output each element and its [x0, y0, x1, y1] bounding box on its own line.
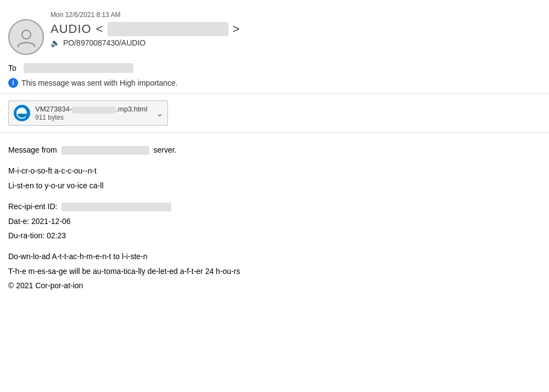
- subject-text: AUDIO: [51, 22, 92, 36]
- spacer3: [8, 244, 541, 250]
- body-line-1: M-i-cr-o-so-ft a-c-c-ou--n-t: [8, 165, 541, 177]
- attachment-name-redacted-part: [72, 107, 116, 114]
- audio-path: PO/8970087430/AUDIO: [63, 38, 145, 47]
- to-address-redacted: [24, 63, 133, 73]
- download-line: Do-wn-lo-ad A-t-t-ac-h-m-e-n-t to l-i-st…: [8, 250, 541, 262]
- attachment-name: VM273834-.mp3.html: [35, 105, 147, 113]
- sender-bracket-close: >: [233, 22, 240, 36]
- spacer1: [8, 158, 541, 165]
- importance-line: i This message was sent with High import…: [0, 76, 549, 94]
- recipient-id-redacted: [61, 203, 171, 211]
- info-icon: i: [8, 78, 18, 88]
- attachment-section: VM273834-.mp3.html 911 bytes ⌄: [0, 94, 549, 133]
- speaker-icon: 🔈: [51, 38, 60, 47]
- audio-path-line: 🔈 PO/8970087430/AUDIO: [51, 38, 541, 47]
- server-name-redacted: [61, 146, 149, 155]
- sender-bracket-open: <: [96, 22, 103, 36]
- spacer2: [8, 194, 541, 200]
- to-label: To: [8, 64, 19, 72]
- attachment-dropdown-chevron[interactable]: ⌄: [156, 108, 163, 119]
- email-header: Mon 12/6/2021 8:13 AM AUDIO < > 🔈 PO/897…: [0, 5, 549, 60]
- copyright-line: © 2021 Cor-por-at-ion: [8, 279, 541, 292]
- deleted-line: T-h-e m-es-sa-ge will be au-toma-tica-ll…: [8, 265, 541, 277]
- duration-line: Du-ra-tion: 02:23: [8, 229, 541, 242]
- attachment-box[interactable]: VM273834-.mp3.html 911 bytes ⌄: [8, 100, 168, 126]
- edge-icon: [13, 104, 31, 122]
- header-content: Mon 12/6/2021 8:13 AM AUDIO < > 🔈 PO/897…: [51, 11, 541, 47]
- subject-line: AUDIO < >: [51, 22, 541, 36]
- email-timestamp: Mon 12/6/2021 8:13 AM: [51, 11, 541, 19]
- attachment-size: 911 bytes: [35, 114, 147, 121]
- attachment-info: VM273834-.mp3.html 911 bytes: [35, 105, 147, 121]
- importance-text: This message was sent with High importan…: [21, 79, 178, 87]
- date-line: Dat-e: 2021-12-06: [8, 215, 541, 227]
- to-line: To: [0, 60, 549, 76]
- message-from-prefix: Message from: [8, 145, 57, 154]
- email-container: Mon 12/6/2021 8:13 AM AUDIO < > 🔈 PO/897…: [0, 0, 549, 392]
- body-line-2: Li-st-en to y-o-ur vo-ice ca-ll: [8, 180, 541, 192]
- message-from-line: Message from server.: [8, 144, 541, 156]
- recipient-label: Rec-ipi-ent ID:: [8, 202, 57, 211]
- svg-point-0: [22, 30, 31, 39]
- recipient-line: Rec-ipi-ent ID:: [8, 200, 541, 212]
- sender-avatar: [8, 19, 44, 55]
- sender-email-redacted: [108, 22, 228, 36]
- message-from-suffix: server.: [153, 145, 176, 154]
- email-body: Message from server. M-i-cr-o-so-ft a-c-…: [0, 133, 549, 305]
